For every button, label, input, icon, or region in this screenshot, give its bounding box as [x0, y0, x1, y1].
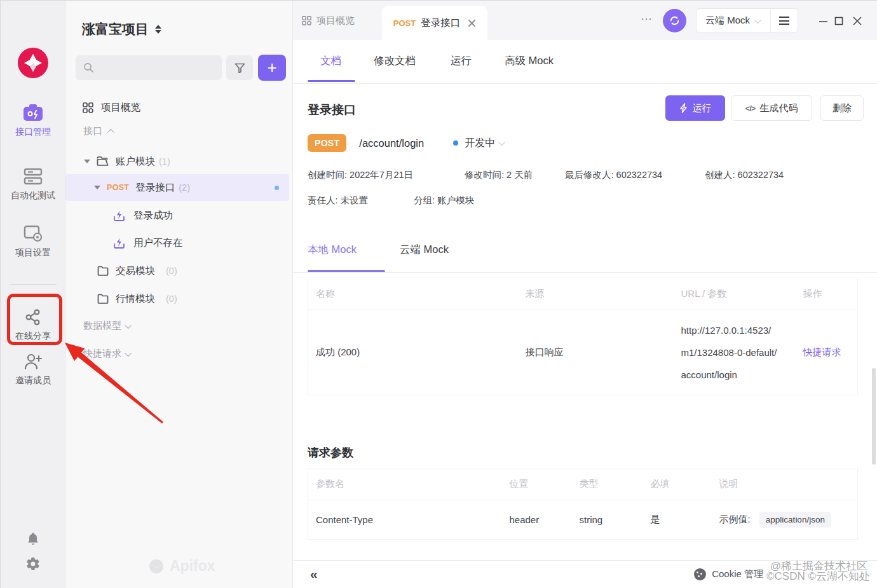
- collapse-sidebar-button[interactable]: «: [310, 566, 318, 582]
- tree-item-label: 项目概览: [101, 101, 140, 114]
- tab-run[interactable]: 运行: [451, 40, 472, 82]
- tree-item-project-overview[interactable]: 项目概览: [65, 96, 289, 119]
- cookie-icon: [694, 568, 706, 580]
- mock-bolt-icon: [113, 237, 125, 249]
- tab-cloud-mock[interactable]: 云端 Mock: [400, 243, 449, 257]
- sidebar-item-online-share[interactable]: 在线分享: [1, 308, 65, 342]
- tree-folder-market[interactable]: 行情模块 (0): [65, 285, 289, 312]
- tab-advanced-mock[interactable]: 高级 Mock: [505, 40, 554, 82]
- menu-hamburger-button[interactable]: [771, 17, 798, 25]
- sidebar-divider: [10, 284, 57, 285]
- folder-icon: [97, 294, 109, 304]
- method-row: POST /account/login 开发中: [308, 134, 505, 152]
- tab-doc[interactable]: 文档: [320, 40, 341, 82]
- meta-last-editor: 最后修改人: 602322734: [565, 169, 662, 181]
- tab-edit-doc[interactable]: 修改文档: [374, 40, 416, 82]
- run-button[interactable]: 运行: [665, 95, 725, 121]
- tree-section-quick-request[interactable]: 快捷请求: [83, 348, 132, 360]
- sidebar-item-project-settings[interactable]: 项目设置: [1, 223, 65, 259]
- sidebar-item-label: 在线分享: [15, 331, 51, 342]
- active-tab-underline: [308, 80, 355, 82]
- example-value-chip: application/json: [759, 512, 831, 528]
- delete-button[interactable]: 删除: [820, 95, 864, 121]
- mock-table-row: 成功 (200) 接口响应 http://127.0.0.1:4523/m1/1…: [308, 310, 858, 395]
- tree-folder-trade[interactable]: 交易模块 (0): [65, 257, 289, 284]
- search-icon: [83, 62, 94, 73]
- request-params-title: 请求参数: [308, 445, 353, 460]
- sync-refresh-icon: [668, 14, 681, 27]
- app-settings-button[interactable]: [25, 556, 41, 574]
- cookie-manage-button[interactable]: Cookie 管理: [694, 568, 763, 580]
- chevron-up-icon: [107, 128, 114, 135]
- sidebar-item-invite-member[interactable]: 邀请成员: [1, 352, 65, 386]
- more-tabs-button[interactable]: ⋯: [641, 12, 653, 26]
- main-area: 项目概览 POST 登录接口 登录接口(登录成功) ⋯: [293, 1, 877, 588]
- tab-login-api-active[interactable]: POST 登录接口: [382, 6, 487, 40]
- share-icon: [23, 308, 43, 327]
- window-minimize-button[interactable]: [815, 13, 831, 29]
- param-type-cell: string: [572, 500, 643, 540]
- section-label: 接口: [83, 125, 102, 137]
- chevron-down-icon: [125, 321, 132, 328]
- param-name-cell: Content-Type: [308, 500, 502, 540]
- project-settings-icon: [22, 223, 44, 243]
- close-icon[interactable]: [468, 19, 476, 27]
- tree-folder-account[interactable]: 账户模块 (1): [65, 149, 289, 174]
- section-label: 快捷请求: [83, 348, 121, 360]
- api-path: /account/login: [359, 137, 424, 149]
- folder-count: (1): [159, 156, 170, 167]
- apifox-window: 接口管理 自动化测试 项目设置: [0, 0, 877, 588]
- param-required-cell: 是: [643, 500, 712, 540]
- mock-source-cell: 接口响应: [518, 310, 674, 395]
- add-button[interactable]: +: [258, 55, 286, 81]
- window-maximize-button[interactable]: [831, 13, 846, 29]
- params-table-header: 参数名 位置 类型 必填 说明: [308, 468, 858, 500]
- tree-section-data-model[interactable]: 数据模型: [83, 320, 132, 332]
- tab-local-mock[interactable]: 本地 Mock: [308, 243, 357, 257]
- tree-mock-case-login-success[interactable]: 登录成功: [65, 202, 289, 229]
- app-logo[interactable]: [18, 48, 48, 78]
- folder-name: 交易模块: [116, 264, 155, 278]
- quick-request-link[interactable]: 快捷请求: [803, 346, 841, 357]
- sidebar-item-auto-test[interactable]: 自动化测试: [1, 167, 65, 202]
- col-type: 类型: [572, 468, 643, 500]
- filter-button[interactable]: [226, 55, 253, 80]
- status-dropdown[interactable]: 开发中: [465, 137, 495, 150]
- tab-label: 登录接口: [421, 17, 460, 30]
- doc-tab-row: 文档 修改文档 运行 高级 Mock: [293, 40, 877, 84]
- sidebar-item-label: 接口管理: [15, 126, 51, 138]
- mock-table-header: 名称 来源 URL / 参数 操作: [308, 278, 858, 310]
- case-label: 用户不存在: [133, 236, 183, 250]
- project-switcher[interactable]: 涨富宝项目: [82, 20, 161, 38]
- unsaved-dot-indicator: [275, 186, 279, 190]
- env-selected-value: 云端 Mock: [705, 15, 750, 27]
- col-required: 必填: [643, 468, 712, 500]
- notifications-bell-button[interactable]: [25, 531, 41, 549]
- mock-url-cell[interactable]: http://127.0.0.1:4523/m1/1324808-0-defau…: [681, 319, 778, 386]
- tree-section-api[interactable]: 接口: [83, 125, 112, 137]
- params-table-row: Content-Type header string 是 示例值: applic…: [308, 500, 858, 540]
- folder-name: 行情模块: [116, 292, 155, 306]
- tree-mock-case-user-missing[interactable]: 用户不存在: [65, 229, 289, 256]
- generate-code-button[interactable]: </> 生成代码: [731, 95, 812, 121]
- tree-api-login-selected[interactable]: POST 登录接口 (2): [65, 174, 289, 201]
- mock-name-cell: 成功 (200): [308, 310, 518, 395]
- col-name: 名称: [308, 278, 518, 310]
- maximize-icon: [834, 17, 843, 25]
- status-bar: « Cookie 管理: [293, 560, 877, 588]
- env-selector-dropdown[interactable]: 云端 Mock: [697, 15, 770, 27]
- sidebar-item-api-manage[interactable]: 接口管理: [1, 102, 65, 138]
- auto-test-icon: [22, 167, 44, 186]
- tab-project-overview[interactable]: 项目概览: [294, 1, 362, 40]
- window-close-button[interactable]: [850, 13, 865, 29]
- minimize-icon: [819, 17, 828, 26]
- status-dot: [453, 140, 458, 146]
- sync-button[interactable]: [663, 9, 686, 32]
- section-label: 数据模型: [83, 320, 121, 332]
- search-input[interactable]: [76, 55, 222, 80]
- sidebar-item-label: 自动化测试: [11, 190, 55, 202]
- col-location: 位置: [502, 468, 572, 500]
- chevron-down-icon: [125, 349, 132, 356]
- vertical-scrollbar-thumb[interactable]: [872, 368, 876, 465]
- meta-creator: 创建人: 602322734: [705, 169, 784, 181]
